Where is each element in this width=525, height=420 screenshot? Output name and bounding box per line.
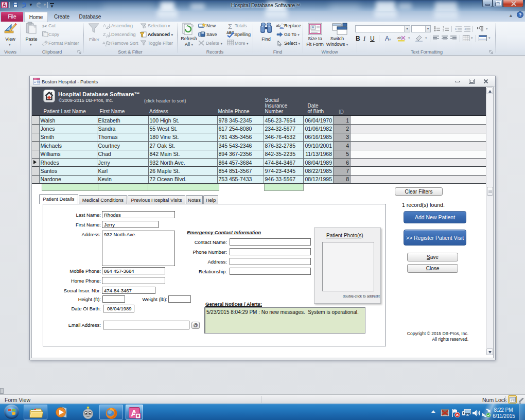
svg-text:ac: ac — [279, 25, 284, 29]
svg-text:ab: ab — [397, 36, 401, 40]
svg-text:?: ? — [519, 12, 522, 18]
svg-text:2: 2 — [443, 29, 444, 32]
svg-text:A: A — [3, 2, 6, 8]
